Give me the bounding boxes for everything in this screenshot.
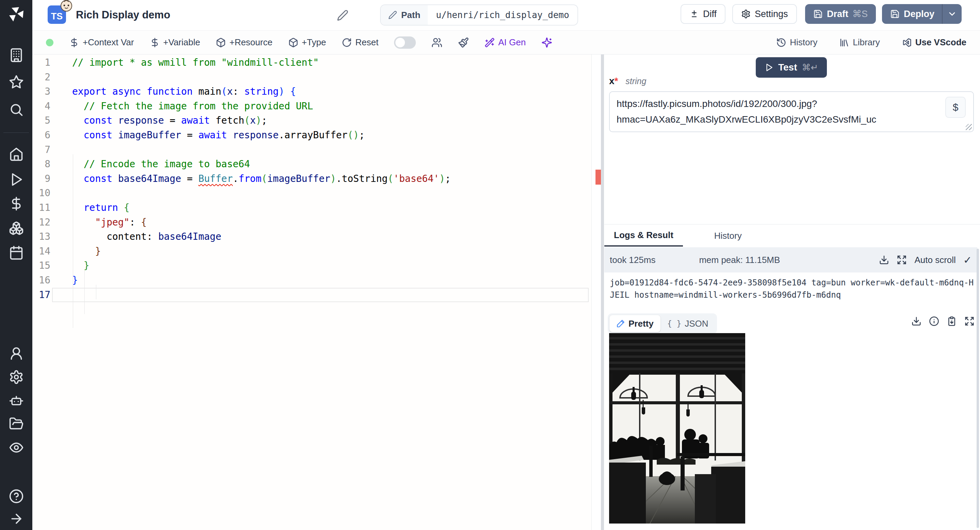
code-text[interactable]: // import * as wmill from "windmill-clie…: [72, 56, 319, 70]
code-line[interactable]: 7: [32, 143, 592, 157]
download-result-icon[interactable]: [911, 316, 921, 326]
code-text[interactable]: return {: [72, 201, 130, 215]
result-image[interactable]: [609, 333, 745, 524]
code-line[interactable]: 12 "jpeg": {: [32, 215, 592, 230]
draft-button[interactable]: Draft ⌘S: [805, 4, 876, 24]
editor-toolbar: +Context Var +Variable +Resource +Type R…: [32, 31, 980, 54]
use-vscode-label: Use VScode: [915, 37, 966, 48]
code-line[interactable]: 4 // Fetch the image from the provided U…: [32, 99, 592, 114]
resize-grip[interactable]: [966, 124, 972, 130]
line-number: 10: [32, 186, 50, 201]
tab-logs-result[interactable]: Logs & Result: [605, 225, 683, 247]
download-logs-icon[interactable]: [879, 255, 889, 265]
code-line[interactable]: 15 }: [32, 259, 592, 273]
tab-history[interactable]: History: [705, 225, 751, 247]
test-button[interactable]: Test ⌘↵: [756, 57, 827, 78]
sidebar-divider: [3, 132, 29, 133]
code-line[interactable]: 3export async function main(x: string) {: [32, 85, 592, 99]
arg-input-value[interactable]: https://fastly.picsum.photos/id/192/200/…: [617, 96, 936, 128]
path-field[interactable]: Path u/henri/rich_display_demo: [380, 5, 578, 26]
add-type-button[interactable]: +Type: [288, 37, 326, 48]
edit-title-pencil-icon[interactable]: [337, 10, 348, 21]
code-text[interactable]: export async function main(x: string) {: [72, 85, 296, 99]
code-line[interactable]: 8 // Encode the image to base64: [32, 157, 592, 172]
play-runs-icon[interactable]: [9, 172, 24, 187]
code-line[interactable]: 14 }: [32, 244, 592, 259]
add-resource-button[interactable]: +Resource: [216, 37, 272, 48]
multiplayer-button[interactable]: [431, 37, 442, 48]
windmill-logo-icon[interactable]: [8, 6, 24, 22]
format-brush-button[interactable]: [458, 37, 469, 48]
code-text[interactable]: const base64Image = Buffer.from(imageBuf…: [72, 172, 451, 186]
variable-picker-button[interactable]: $: [945, 97, 966, 118]
arg-input[interactable]: https://fastly.picsum.photos/id/192/200/…: [609, 91, 974, 132]
diff-button[interactable]: Diff: [681, 4, 725, 24]
test-label: Test: [778, 62, 797, 73]
star-icon[interactable]: [9, 75, 24, 89]
code-line[interactable]: 10: [32, 186, 592, 201]
chevron-down-icon[interactable]: [947, 9, 957, 19]
line-number: 4: [32, 99, 50, 114]
library-label: Library: [853, 37, 880, 48]
add-context-var-button[interactable]: +Context Var: [69, 37, 134, 48]
code-text[interactable]: }: [72, 244, 101, 259]
autoscroll-label[interactable]: Auto scroll: [914, 255, 956, 265]
info-icon[interactable]: [929, 316, 939, 326]
building-icon[interactable]: [9, 48, 24, 63]
bot-workers-icon[interactable]: [9, 393, 24, 409]
sparkles-button[interactable]: [541, 37, 552, 48]
code-text[interactable]: // Fetch the image from the provided URL: [72, 99, 313, 114]
view-pretty-button[interactable]: Pretty: [609, 315, 660, 332]
code-text[interactable]: const response = await fetch(x);: [72, 113, 267, 128]
settings-gear-icon[interactable]: [9, 370, 24, 385]
panel-scrollbar[interactable]: [977, 249, 979, 528]
path-value[interactable]: u/henri/rich_display_demo: [428, 5, 577, 25]
code-line[interactable]: 9 const base64Image = Buffer.from(imageB…: [32, 172, 592, 186]
code-text[interactable]: }: [72, 259, 89, 273]
help-circle-icon[interactable]: [9, 489, 24, 504]
add-variable-button[interactable]: +Variable: [150, 37, 200, 48]
panel-splitter[interactable]: [601, 54, 604, 530]
code-text[interactable]: "jpeg": {: [72, 215, 147, 230]
line-number: 14: [32, 244, 50, 259]
reset-button[interactable]: Reset: [342, 37, 379, 48]
code-line[interactable]: 11 return {: [32, 201, 592, 215]
code-line[interactable]: 16}: [32, 273, 592, 288]
code-line[interactable]: 13 content: base64Image: [32, 230, 592, 244]
vscode-icon: [902, 37, 912, 48]
expand-result-icon[interactable]: [964, 316, 975, 326]
library-button[interactable]: Library: [839, 37, 880, 48]
ai-gen-button[interactable]: AI Gen: [485, 37, 526, 48]
cafe-photo-illustration: [609, 333, 745, 524]
calendar-schedules-icon[interactable]: [9, 245, 24, 260]
code-line[interactable]: 5 const response = await fetch(x);: [32, 113, 592, 128]
deploy-button[interactable]: Deploy: [882, 4, 962, 24]
code-text[interactable]: const imageBuffer = await response.array…: [72, 128, 365, 143]
dollar-variables-icon[interactable]: [9, 196, 24, 211]
code-text[interactable]: content: base64Image: [72, 230, 221, 244]
home-icon[interactable]: [9, 147, 24, 161]
sparkles-icon: [541, 37, 552, 48]
boxes-resources-icon[interactable]: [9, 221, 24, 236]
code-text[interactable]: // Encode the image to base64: [72, 157, 250, 172]
user-icon[interactable]: [9, 346, 24, 361]
copy-clipboard-icon[interactable]: [947, 316, 957, 326]
eye-icon[interactable]: [9, 440, 24, 455]
view-json-button[interactable]: { } JSON: [660, 315, 715, 332]
path-label-section[interactable]: Path: [381, 5, 428, 25]
folder-open-icon[interactable]: [9, 416, 24, 431]
code-line[interactable]: 2: [32, 70, 592, 85]
history-clock-icon: [776, 37, 786, 48]
code-editor[interactable]: 1// import * as wmill from "windmill-cli…: [32, 54, 592, 530]
history-button[interactable]: History: [776, 37, 817, 48]
code-line[interactable]: 1// import * as wmill from "windmill-cli…: [32, 56, 592, 70]
settings-button[interactable]: Settings: [732, 4, 797, 24]
autoscroll-check-icon[interactable]: ✓: [963, 254, 972, 266]
code-line[interactable]: 6 const imageBuffer = await response.arr…: [32, 128, 592, 143]
use-vscode-button[interactable]: Use VScode: [902, 37, 966, 48]
diff-mode-toggle[interactable]: [394, 37, 416, 49]
arrow-right-expand-icon[interactable]: [9, 511, 24, 526]
search-icon[interactable]: [9, 102, 24, 117]
expand-logs-icon[interactable]: [897, 255, 907, 265]
code-line[interactable]: 17: [32, 288, 592, 302]
